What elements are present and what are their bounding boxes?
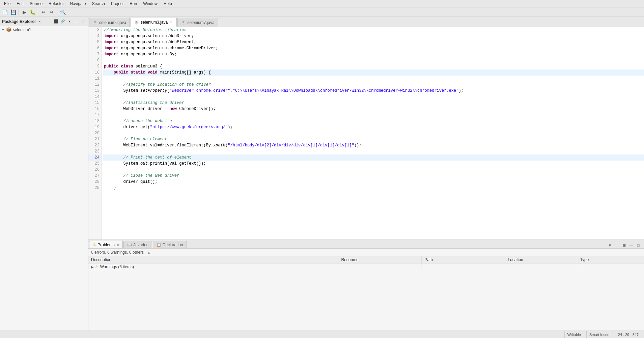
tab-javadoc[interactable]: 📖 Javadoc [123, 241, 152, 248]
tab-selenium3[interactable]: ☕ selenium3.java × [131, 18, 176, 27]
code-line-9: public class selenium3 { [103, 63, 644, 69]
save-button[interactable]: 💾 [9, 8, 17, 16]
menu-run[interactable]: Run [127, 1, 140, 7]
panel-close-button[interactable]: × [37, 19, 42, 24]
toolbar-sep-3 [57, 9, 57, 15]
ln-7: 7 [88, 51, 102, 57]
filter-button[interactable]: ▼ [607, 242, 613, 248]
sort-button[interactable]: ↕ [614, 242, 620, 248]
warning-description[interactable]: ▶ ⚠ Warnings (6 items) [88, 263, 338, 270]
tab-problems[interactable]: ⚠ Problems × [89, 241, 123, 248]
ln-11: 11 [88, 76, 102, 82]
problems-icon: ⚠ [93, 243, 96, 247]
position-text: 24 : 29 : 847 [618, 333, 639, 337]
minimize-bottom-button[interactable]: — [628, 242, 634, 248]
code-line-17 [103, 112, 644, 118]
minimize-button[interactable]: — [73, 19, 79, 25]
tab-declaration[interactable]: 📋 Declaration [153, 241, 187, 248]
tab-close-2[interactable]: × [169, 20, 173, 24]
debug-button[interactable]: 🐛 [29, 8, 36, 16]
ln-23: 23 [88, 148, 102, 154]
status-insert-mode: Smart Insert [586, 331, 612, 338]
editor-area: ☕ selenium6.java ☕ selenium3.java × ☕ se… [88, 17, 644, 331]
status-bar: Writable Smart Insert 24 : 29 : 847 [0, 331, 644, 338]
code-line-27: // Close the web driver [103, 173, 644, 179]
insert-mode-text: Smart Insert [589, 333, 610, 337]
tab-label-2: selenium3.java [141, 20, 168, 25]
ln-19: 19 [88, 124, 102, 130]
code-line-13: System.setProperty("webdriver.chrome.dri… [103, 88, 644, 94]
tab-selenium6[interactable]: ☕ selenium6.java [89, 18, 130, 27]
tab-problems-label: Problems [97, 243, 115, 247]
ln-10: 10 [88, 69, 102, 76]
ln-24: 24 [88, 154, 102, 161]
panel-menu-button[interactable]: ▾ [66, 19, 73, 25]
ln-8: 8 [88, 57, 102, 63]
collapse-all-button[interactable]: ⬛ [53, 19, 59, 25]
toolbar-sep-1 [19, 9, 19, 15]
code-line-24: // Print the text of element [103, 154, 644, 161]
col-path[interactable]: Path [422, 256, 505, 263]
code-line-14 [103, 94, 644, 100]
menu-refactor[interactable]: Refactor [46, 1, 66, 7]
project-icon: 📦 [6, 27, 11, 32]
expand-icon: ▼ [1, 28, 5, 31]
menu-edit[interactable]: Edit [14, 1, 26, 7]
problems-summary-text: 0 errors, 6 warnings, 0 others [91, 250, 144, 255]
expand-row-icon[interactable]: ▶ [91, 265, 94, 269]
col-resource[interactable]: Resource [338, 256, 422, 263]
problems-summary: 0 errors, 6 warnings, 0 others ▲ [88, 249, 644, 256]
search-button[interactable]: 🔍 [59, 8, 66, 16]
panel-header: Package Explorer × ⬛ 🔗 ▾ — □ [0, 17, 88, 26]
menu-help[interactable]: Help [161, 1, 175, 7]
code-line-22: WebElement val=driver.findElement(By.xpa… [103, 142, 644, 148]
code-line-18: //Launch the website [103, 118, 644, 124]
code-line-4: import org.openqa.selenium.WebDriver; [103, 33, 644, 39]
redo-button[interactable]: ↪ [48, 8, 55, 16]
project-tree-item[interactable]: ▼ 📦 selenium1 [0, 26, 88, 33]
warning-label: Warnings (6 items) [100, 264, 134, 269]
project-label: selenium1 [13, 27, 31, 32]
col-description[interactable]: Description [88, 256, 338, 263]
code-line-16: WebDriver driver = new ChromeDriver(); [103, 106, 644, 112]
code-line-8 [103, 57, 644, 63]
col-type[interactable]: Type [577, 256, 644, 263]
maximize-button[interactable]: □ [80, 19, 86, 25]
code-line-11 [103, 76, 644, 82]
menu-window[interactable]: Window [140, 1, 160, 7]
tab-selenium7[interactable]: ☕ selenium7.java [177, 18, 218, 27]
undo-button[interactable]: ↩ [40, 8, 47, 16]
ln-5: 5 [88, 39, 102, 45]
panel-title-area: Package Explorer × [2, 19, 42, 24]
menu-search[interactable]: Search [89, 1, 108, 7]
code-content[interactable]: //Importing the Selenium libraries impor… [102, 27, 644, 240]
menu-source[interactable]: Source [27, 1, 45, 7]
expand-all-bottom-button[interactable]: ⊞ [621, 242, 627, 248]
panel-icons: ⬛ 🔗 ▾ — □ [53, 19, 86, 25]
bottom-tab-bar: ⚠ Problems × 📖 Javadoc 📋 Declaration ▼ [88, 240, 644, 249]
menu-file[interactable]: File [1, 1, 13, 7]
code-editor[interactable]: 3 4 5 6 7 8 9 10 11 12 13 14 15 16 17 18… [88, 27, 644, 240]
link-with-editor-button[interactable]: 🔗 [60, 19, 66, 25]
bottom-panel-icons: ▼ ↕ ⊞ — □ [607, 242, 643, 248]
ln-21: 21 [88, 136, 102, 142]
line-numbers: 3 4 5 6 7 8 9 10 11 12 13 14 15 16 17 18… [88, 27, 102, 240]
tab-problems-close[interactable]: × [117, 243, 119, 247]
new-button[interactable]: 📄 [1, 8, 9, 16]
ln-12: 12 [88, 82, 102, 88]
javadoc-icon: 📖 [127, 243, 132, 247]
table-row: ▶ ⚠ Warnings (6 items) [88, 263, 644, 270]
run-button[interactable]: ▶ [21, 8, 28, 16]
menu-navigate[interactable]: Navigate [67, 1, 88, 7]
maximize-bottom-button[interactable]: □ [635, 242, 641, 248]
main-layout: Package Explorer × ⬛ 🔗 ▾ — □ ▼ 📦 seleniu… [0, 17, 644, 331]
tab-label-1: selenium6.java [99, 20, 126, 25]
warning-type [577, 263, 644, 270]
ln-25: 25 [88, 161, 102, 167]
code-line-25: System.out.println(val.getText()); [103, 161, 644, 167]
ln-13: 13 [88, 88, 102, 94]
menu-project[interactable]: Project [108, 1, 126, 7]
col-location[interactable]: Location [505, 256, 577, 263]
problems-table: Description Resource Path Location Type … [88, 256, 644, 331]
tab-label-3: selenium7.java [188, 20, 215, 25]
